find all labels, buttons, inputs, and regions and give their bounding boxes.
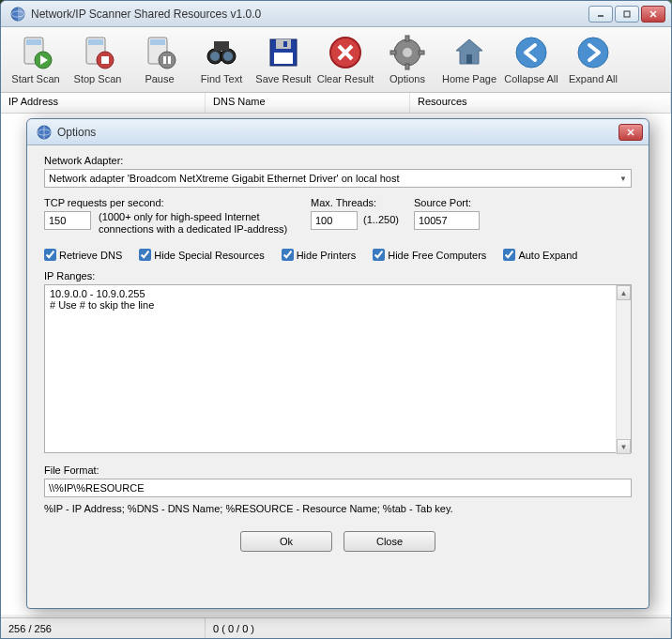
dialog-titlebar: Options bbox=[27, 119, 649, 145]
clear-result-button[interactable]: Clear Result bbox=[314, 29, 376, 89]
scanner-play-icon bbox=[17, 34, 54, 71]
app-icon bbox=[10, 7, 25, 22]
ip-ranges-label: IP Ranges: bbox=[44, 270, 632, 281]
format-legend: %IP - IP Address; %DNS - DNS Name; %RESO… bbox=[44, 503, 632, 514]
max-threads-hint: (1..250) bbox=[363, 214, 399, 226]
arrow-left-icon bbox=[512, 34, 550, 71]
scanner-stop-icon bbox=[79, 34, 116, 71]
tool-label: Expand All bbox=[569, 73, 618, 84]
file-format-input[interactable] bbox=[44, 479, 632, 497]
scrollbar[interactable]: ▲ ▼ bbox=[616, 285, 631, 454]
home-icon bbox=[451, 34, 488, 71]
svg-rect-3 bbox=[624, 11, 630, 17]
scroll-up-icon[interactable]: ▲ bbox=[617, 285, 631, 300]
arrow-right-icon bbox=[574, 34, 612, 71]
tool-label: Home Page bbox=[442, 73, 496, 84]
close-dialog-button[interactable]: Close bbox=[344, 531, 435, 552]
file-format-label: File Format: bbox=[44, 464, 632, 476]
scroll-down-icon[interactable]: ▼ bbox=[617, 439, 631, 454]
ip-ranges-input[interactable] bbox=[44, 284, 632, 453]
maximize-button[interactable] bbox=[615, 6, 639, 23]
svg-point-34 bbox=[578, 38, 608, 68]
svg-rect-5 bbox=[26, 39, 41, 45]
column-dns-name[interactable]: DNS Name bbox=[206, 93, 410, 113]
svg-rect-14 bbox=[163, 56, 166, 64]
tool-label: Clear Result bbox=[317, 73, 374, 84]
svg-rect-20 bbox=[214, 41, 229, 51]
tool-label: Pause bbox=[145, 73, 174, 84]
status-bar: 256 / 256 0 ( 0 / 0 ) bbox=[1, 617, 671, 638]
max-threads-input[interactable] bbox=[311, 211, 358, 230]
svg-rect-24 bbox=[274, 53, 293, 64]
scanner-pause-icon bbox=[141, 34, 178, 71]
dialog-title: Options bbox=[57, 126, 619, 139]
save-result-button[interactable]: Save Result bbox=[252, 29, 314, 89]
svg-point-33 bbox=[516, 38, 546, 68]
pause-button[interactable]: Pause bbox=[129, 29, 191, 89]
tool-label: Stop Scan bbox=[74, 73, 122, 84]
main-titlebar: Network/IP Scanner Shared Resources v1.0… bbox=[1, 1, 671, 27]
options-dialog: Options Network Adapter: Network adapter… bbox=[26, 118, 649, 609]
tool-label: Save Result bbox=[255, 73, 311, 84]
adapter-value: Network adapter 'Broadcom NetXtreme Giga… bbox=[49, 173, 399, 184]
toolbar: Start Scan Stop Scan Pause Find Text Sav… bbox=[1, 27, 671, 93]
svg-rect-8 bbox=[88, 39, 103, 45]
svg-rect-30 bbox=[390, 51, 396, 54]
dialog-close-button[interactable] bbox=[619, 124, 643, 141]
svg-rect-10 bbox=[101, 56, 109, 64]
hide-free-check[interactable]: Hide Free Computers bbox=[373, 249, 486, 261]
svg-point-13 bbox=[159, 52, 176, 68]
column-ip-address[interactable]: IP Address bbox=[1, 93, 206, 113]
floppy-icon bbox=[265, 34, 302, 71]
svg-point-19 bbox=[223, 52, 233, 61]
options-button[interactable]: Options bbox=[376, 29, 438, 89]
window-title: Network/IP Scanner Shared Resources v1.0… bbox=[31, 8, 588, 21]
hide-special-check[interactable]: Hide Special Resources bbox=[139, 249, 264, 261]
globe-icon bbox=[37, 125, 52, 140]
stop-scan-button[interactable]: Stop Scan bbox=[67, 29, 129, 89]
start-scan-button[interactable]: Start Scan bbox=[5, 29, 67, 89]
adapter-label: Network Adapter: bbox=[44, 155, 632, 166]
hide-printers-check[interactable]: Hide Printers bbox=[282, 249, 357, 261]
find-text-button[interactable]: Find Text bbox=[191, 29, 252, 89]
collapse-all-button[interactable]: Collapse All bbox=[500, 29, 562, 89]
minimize-button[interactable] bbox=[588, 6, 613, 23]
svg-rect-31 bbox=[419, 51, 424, 54]
svg-point-27 bbox=[403, 48, 412, 57]
home-page-button[interactable]: Home Page bbox=[438, 29, 500, 89]
gear-icon bbox=[389, 34, 426, 71]
svg-rect-29 bbox=[405, 64, 409, 69]
column-resources[interactable]: Resources bbox=[410, 93, 671, 113]
source-port-input[interactable] bbox=[414, 211, 480, 230]
svg-rect-12 bbox=[150, 39, 165, 45]
tool-label: Start Scan bbox=[11, 73, 59, 84]
auto-expand-check[interactable]: Auto Expand bbox=[503, 249, 577, 261]
svg-point-18 bbox=[210, 52, 220, 61]
tcp-hint: (1000+ only for high-speed Internet conn… bbox=[99, 211, 296, 236]
source-port-label: Source Port: bbox=[414, 197, 480, 208]
status-progress: 0 ( 0 / 0 ) bbox=[206, 618, 671, 638]
expand-all-button[interactable]: Expand All bbox=[562, 29, 624, 89]
svg-rect-15 bbox=[168, 56, 171, 64]
close-button[interactable] bbox=[641, 6, 665, 23]
svg-rect-28 bbox=[405, 36, 409, 41]
binoculars-icon bbox=[203, 34, 240, 71]
svg-rect-32 bbox=[466, 54, 472, 64]
chevron-down-icon: ▼ bbox=[619, 175, 627, 183]
error-x-icon bbox=[327, 34, 364, 71]
status-count: 256 / 256 bbox=[1, 618, 206, 638]
svg-rect-23 bbox=[283, 41, 287, 47]
tool-label: Options bbox=[389, 73, 425, 84]
tool-label: Find Text bbox=[201, 73, 242, 84]
tcp-label: TCP requests per second: bbox=[44, 197, 296, 208]
tool-label: Collapse All bbox=[504, 73, 557, 84]
retrieve-dns-check[interactable]: Retrieve DNS bbox=[44, 249, 122, 261]
ok-button[interactable]: Ok bbox=[240, 531, 332, 552]
max-threads-label: Max. Threads: bbox=[311, 197, 399, 208]
adapter-combo[interactable]: Network adapter 'Broadcom NetXtreme Giga… bbox=[44, 169, 632, 188]
column-headers: IP Address DNS Name Resources bbox=[1, 93, 671, 114]
tcp-input[interactable] bbox=[44, 211, 91, 230]
